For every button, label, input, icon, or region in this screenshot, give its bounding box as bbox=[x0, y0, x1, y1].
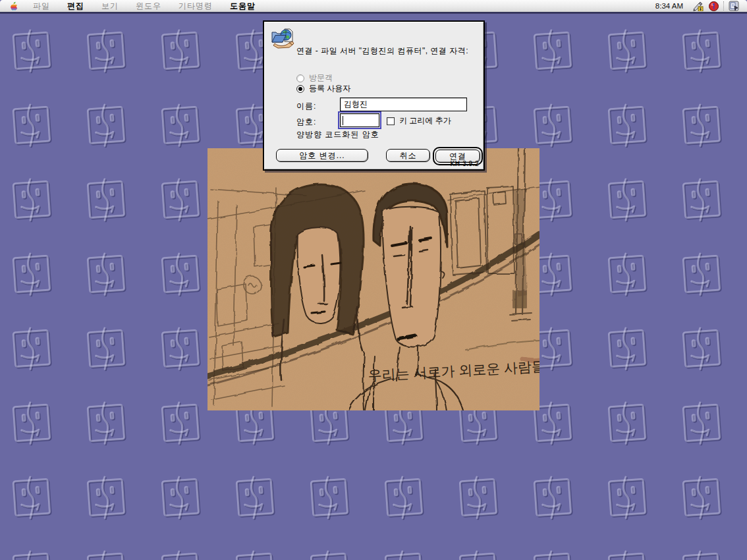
registered-user-radio[interactable] bbox=[296, 85, 304, 93]
menu-window[interactable]: 윈도우 bbox=[127, 0, 170, 12]
change-password-button[interactable]: 암호 변경... bbox=[276, 149, 368, 162]
guest-radio-label: 방문객 bbox=[309, 72, 333, 84]
desktop: { "desktop": { "background_color": "#6a6… bbox=[0, 0, 747, 560]
keychain-checkbox[interactable] bbox=[387, 117, 395, 125]
guest-radio[interactable] bbox=[296, 74, 304, 82]
cancel-button[interactable]: 취소 bbox=[386, 149, 430, 162]
menu-bar-clock[interactable]: 8:34 AM bbox=[649, 2, 690, 10]
apple-logo-icon bbox=[9, 1, 18, 11]
text-caret bbox=[343, 116, 343, 125]
apple-menu[interactable] bbox=[5, 0, 24, 12]
guest-radio-row: 방문객 bbox=[296, 72, 333, 84]
name-input[interactable] bbox=[340, 98, 467, 111]
menu-bar-separator bbox=[723, 1, 724, 11]
menu-edit[interactable]: 편집 bbox=[59, 0, 93, 12]
keychain-row: 키 고리에 추가 bbox=[387, 115, 451, 126]
menu-file[interactable]: 파일 bbox=[24, 0, 59, 12]
keychain-label: 키 고리에 추가 bbox=[399, 115, 451, 126]
encryption-note: 양방향 코드화된 암호 bbox=[296, 129, 379, 140]
application-menu[interactable] bbox=[726, 0, 742, 12]
name-label: 이름: bbox=[296, 101, 316, 112]
input-method-menu[interactable] bbox=[690, 0, 706, 12]
menu-other-commands[interactable]: 기타명령 bbox=[170, 0, 221, 12]
red-sphere-icon bbox=[709, 1, 719, 11]
menu-view[interactable]: 보기 bbox=[93, 0, 127, 12]
menu-bar: 파일 편집 보기 윈도우 기타명령 도움말 8:34 AM bbox=[0, 0, 747, 13]
active-app-icon bbox=[729, 1, 739, 11]
appleshare-icon bbox=[270, 26, 295, 51]
connect-dialog: 연결 - 파일 서버 "김형진의 컴퓨터", 연결 자격: 방문객 등록 사용자… bbox=[263, 20, 485, 171]
pencil-input-icon bbox=[692, 1, 704, 11]
dialog-title: 연결 - 파일 서버 "김형진의 컴퓨터", 연결 자격: bbox=[296, 45, 482, 57]
registered-radio-row: 등록 사용자 bbox=[296, 83, 350, 94]
desktop-picture: 우리는 서로가 외로운 사람들 bbox=[208, 148, 540, 410]
password-label: 암호: bbox=[296, 117, 316, 128]
password-input[interactable] bbox=[340, 113, 379, 127]
version-label: KH-3.9.2 bbox=[451, 160, 479, 167]
menu-help[interactable]: 도움말 bbox=[221, 0, 264, 12]
menu-extra[interactable] bbox=[706, 0, 721, 12]
registered-radio-label: 등록 사용자 bbox=[309, 83, 350, 94]
